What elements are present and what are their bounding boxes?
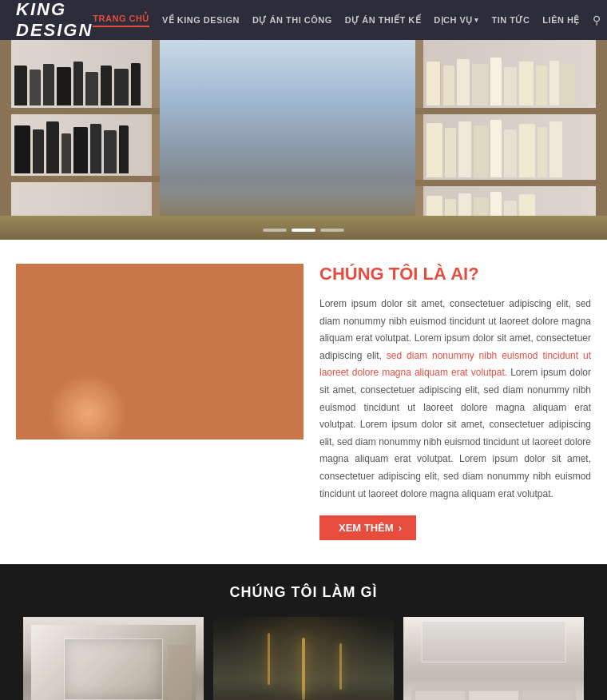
card-1-image	[23, 617, 204, 700]
nav-tin-tuc[interactable]: TIN TỨC	[491, 15, 530, 26]
slider-dot-1[interactable]	[263, 229, 287, 232]
logo: KING DESIGN	[16, 0, 93, 41]
card-2-image	[213, 617, 394, 700]
who-content: CHÚNG TÔI LÀ AI? Lorem ipsum dolor sit a…	[319, 264, 591, 540]
slider-dot-2[interactable]	[292, 229, 315, 232]
what-title: CHÚNG TÔI LÀM GÌ	[12, 584, 595, 601]
nav-dich-vu[interactable]: DỊCH VỤ ▾	[434, 15, 478, 26]
nav-du-an-thiet-ke[interactable]: DỰ ÁN THIẾT KẾ	[345, 15, 421, 26]
navigation: TRANG CHỦ VỀ KING DESIGN DỰ ÁN THI CÔNG …	[93, 14, 601, 27]
nav-du-an-thi-cong[interactable]: DỰ ÁN THI CÔNG	[252, 15, 332, 26]
hero-image	[0, 40, 607, 240]
nav-ve-king[interactable]: VỀ KING DESIGN	[162, 15, 240, 26]
slider-dots	[263, 229, 344, 232]
header: KING DESIGN TRANG CHỦ VỀ KING DESIGN DỰ …	[0, 0, 607, 40]
search-icon[interactable]: ⚲	[593, 14, 601, 26]
who-text: Lorem ipsum dolor sit amet, consectetuer…	[319, 296, 591, 503]
card-thiet-ke-kien-truc: THIẾT KẾ KIẾN TRÚC Lorem ipsum dolor sit…	[403, 617, 584, 700]
who-section: CHÚNG TÔI LÀ AI? Lorem ipsum dolor sit a…	[0, 240, 607, 564]
who-xem-them-button[interactable]: XEM THÊM ›	[319, 515, 416, 540]
cards-row: THIẾT KẾ NỘI THẤT Lorem ipsum dolor sit …	[12, 617, 595, 700]
who-title: CHÚNG TÔI LÀ AI?	[319, 264, 591, 284]
nav-trang-chu[interactable]: TRANG CHỦ	[93, 14, 149, 27]
card-thiet-ke-noi-that: THIẾT KẾ NỘI THẤT Lorem ipsum dolor sit …	[23, 617, 204, 700]
hero-slider	[0, 40, 607, 240]
what-section: CHÚNG TÔI LÀM GÌ THIẾT KẾ NỘI THẤT Lorem…	[0, 564, 607, 700]
who-image	[16, 264, 304, 439]
slider-dot-3[interactable]	[320, 229, 344, 232]
card-3-image	[403, 617, 584, 700]
nav-lien-he[interactable]: LIÊN HỆ	[542, 15, 580, 26]
card-thi-cong-noi-that: THI CÔNG NỘI THẤT Lorem ipsum dolor sit …	[213, 617, 394, 700]
chevron-down-icon: ▾	[474, 16, 479, 24]
